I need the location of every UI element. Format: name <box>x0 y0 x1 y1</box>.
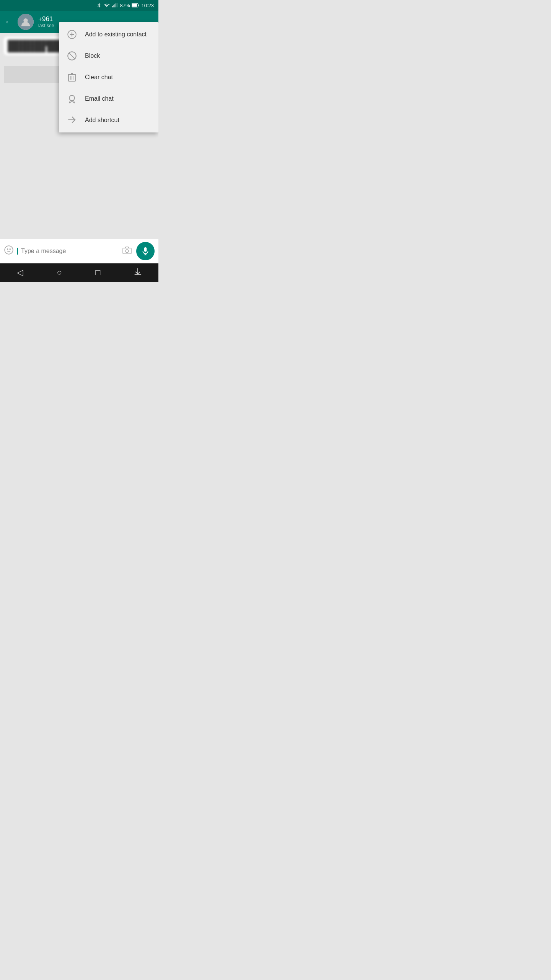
voice-message-button[interactable] <box>136 242 155 260</box>
signal-icon <box>112 3 118 8</box>
svg-rect-1 <box>114 5 114 7</box>
nav-recent-button[interactable]: □ <box>95 268 100 278</box>
camera-button[interactable] <box>122 247 132 256</box>
app-container: 87% 10:23 ← +961 last see <box>0 0 158 282</box>
svg-rect-6 <box>132 4 137 7</box>
shortcut-icon <box>67 115 77 126</box>
context-menu: Add to existing contact Block <box>59 22 158 132</box>
message-input-bar <box>0 239 158 263</box>
svg-rect-0 <box>112 6 113 7</box>
menu-label-add-contact: Add to existing contact <box>85 31 147 38</box>
add-contact-icon <box>67 29 77 40</box>
svg-rect-26 <box>144 247 147 252</box>
menu-item-clear-chat[interactable]: Clear chat <box>59 67 158 88</box>
message-input[interactable] <box>21 248 119 255</box>
svg-line-13 <box>69 53 75 59</box>
trash-icon <box>67 72 77 83</box>
contact-avatar[interactable] <box>18 14 34 30</box>
back-button[interactable]: ← <box>5 17 13 27</box>
svg-point-22 <box>7 249 8 250</box>
status-bar: 87% 10:23 <box>0 0 158 11</box>
menu-label-clear-chat: Clear chat <box>85 74 113 81</box>
svg-point-21 <box>5 246 13 254</box>
menu-item-add-contact[interactable]: Add to existing contact <box>59 24 158 45</box>
time-display: 10:23 <box>141 3 154 8</box>
menu-label-email-chat: Email chat <box>85 95 114 102</box>
svg-rect-4 <box>117 3 118 7</box>
menu-item-email-chat[interactable]: Email chat <box>59 88 158 109</box>
menu-item-add-shortcut[interactable]: Add shortcut <box>59 109 158 131</box>
nav-back-button[interactable]: ◁ <box>17 268 23 278</box>
battery-percentage: 87% <box>120 3 130 8</box>
svg-rect-7 <box>139 5 139 7</box>
nav-home-button[interactable]: ○ <box>57 268 62 278</box>
nav-download-button[interactable] <box>134 267 142 278</box>
emoji-button[interactable] <box>4 245 14 257</box>
svg-point-23 <box>10 249 10 250</box>
block-icon <box>67 51 77 61</box>
navigation-bar: ◁ ○ □ <box>0 263 158 282</box>
bluetooth-icon <box>96 3 102 8</box>
menu-item-block[interactable]: Block <box>59 45 158 67</box>
menu-label-add-shortcut: Add shortcut <box>85 117 119 124</box>
email-icon <box>67 93 77 104</box>
svg-point-20 <box>69 95 75 101</box>
status-icons: 87% 10:23 <box>96 3 154 8</box>
cursor <box>17 248 18 255</box>
menu-label-block: Block <box>85 52 100 59</box>
svg-rect-2 <box>115 4 116 8</box>
contact-phone: +961 <box>38 15 154 23</box>
wifi-icon <box>104 3 110 8</box>
svg-rect-3 <box>116 3 117 7</box>
svg-point-25 <box>126 250 129 253</box>
battery-icon <box>132 3 139 8</box>
